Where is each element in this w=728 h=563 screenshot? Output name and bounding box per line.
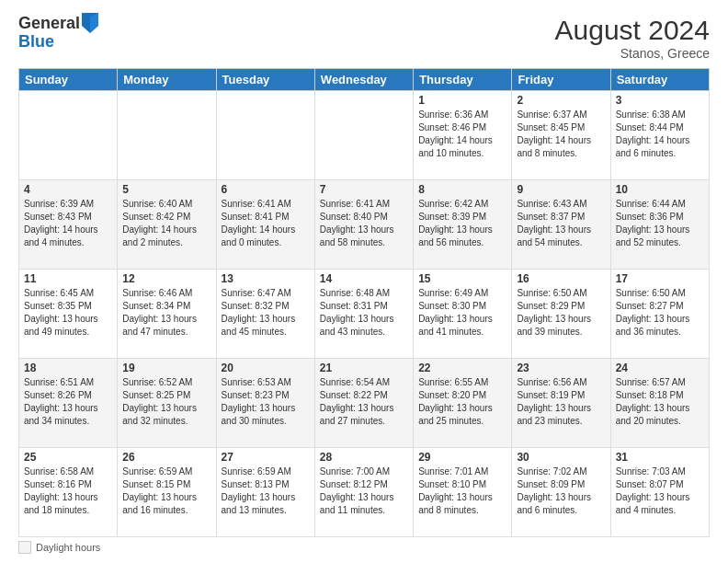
page: General Blue August 2024 Stanos, Greece …	[0, 0, 728, 563]
day-number: 15	[418, 272, 506, 285]
day-number: 26	[122, 451, 210, 464]
location: Stanos, Greece	[555, 46, 710, 61]
table-row: 13Sunrise: 6:47 AMSunset: 8:32 PMDayligh…	[216, 270, 314, 359]
table-row: 26Sunrise: 6:59 AMSunset: 8:15 PMDayligh…	[118, 448, 216, 537]
day-info: Sunrise: 6:56 AMSunset: 8:19 PMDaylight:…	[517, 376, 605, 428]
day-number: 6	[222, 183, 310, 196]
day-number: 27	[222, 451, 310, 464]
day-info: Sunrise: 7:00 AMSunset: 8:12 PMDaylight:…	[320, 465, 408, 517]
table-row	[118, 91, 216, 180]
day-info: Sunrise: 7:03 AMSunset: 8:07 PMDaylight:…	[616, 465, 704, 517]
day-number: 24	[616, 362, 704, 374]
table-row: 23Sunrise: 6:56 AMSunset: 8:19 PMDayligh…	[512, 359, 610, 448]
table-row: 21Sunrise: 6:54 AMSunset: 8:22 PMDayligh…	[314, 359, 413, 448]
day-number: 29	[418, 451, 506, 464]
day-info: Sunrise: 6:42 AMSunset: 8:39 PMDaylight:…	[418, 198, 506, 249]
day-info: Sunrise: 6:58 AMSunset: 8:16 PMDaylight:…	[24, 465, 112, 517]
table-row: 1Sunrise: 6:36 AMSunset: 8:46 PMDaylight…	[414, 91, 512, 180]
day-number: 3	[616, 94, 704, 107]
table-row: 24Sunrise: 6:57 AMSunset: 8:18 PMDayligh…	[610, 359, 709, 448]
table-row: 8Sunrise: 6:42 AMSunset: 8:39 PMDaylight…	[414, 180, 512, 270]
day-info: Sunrise: 6:36 AMSunset: 8:46 PMDaylight:…	[418, 109, 506, 160]
col-wednesday: Wednesday	[314, 69, 413, 91]
day-info: Sunrise: 6:43 AMSunset: 8:37 PMDaylight:…	[517, 198, 605, 249]
table-row: 28Sunrise: 7:00 AMSunset: 8:12 PMDayligh…	[314, 448, 413, 537]
day-info: Sunrise: 6:44 AMSunset: 8:36 PMDaylight:…	[616, 198, 704, 249]
col-saturday: Saturday	[610, 69, 709, 91]
day-info: Sunrise: 6:41 AMSunset: 8:41 PMDaylight:…	[222, 198, 310, 249]
day-number: 13	[222, 272, 310, 285]
logo-general: General	[18, 15, 80, 33]
title-section: August 2024 Stanos, Greece	[555, 15, 710, 61]
header-row: Sunday Monday Tuesday Wednesday Thursday…	[19, 69, 710, 91]
day-number: 5	[122, 183, 210, 196]
day-number: 9	[517, 183, 605, 196]
table-row: 31Sunrise: 7:03 AMSunset: 8:07 PMDayligh…	[610, 448, 709, 537]
week-row-1: 1Sunrise: 6:36 AMSunset: 8:46 PMDaylight…	[19, 91, 710, 180]
day-number: 31	[616, 451, 704, 464]
table-row: 19Sunrise: 6:52 AMSunset: 8:25 PMDayligh…	[118, 359, 216, 448]
day-info: Sunrise: 6:46 AMSunset: 8:34 PMDaylight:…	[122, 287, 210, 339]
table-row: 2Sunrise: 6:37 AMSunset: 8:45 PMDaylight…	[512, 91, 610, 180]
day-number: 20	[222, 362, 310, 374]
day-number: 16	[517, 272, 605, 285]
day-info: Sunrise: 6:51 AMSunset: 8:26 PMDaylight:…	[24, 376, 112, 428]
day-number: 1	[418, 94, 506, 107]
header: General Blue August 2024 Stanos, Greece	[18, 15, 710, 61]
day-info: Sunrise: 6:48 AMSunset: 8:31 PMDaylight:…	[320, 287, 408, 339]
day-number: 12	[122, 272, 210, 285]
col-friday: Friday	[512, 69, 610, 91]
day-number: 30	[517, 451, 605, 464]
table-row: 12Sunrise: 6:46 AMSunset: 8:34 PMDayligh…	[118, 270, 216, 359]
logo-blue: Blue	[18, 33, 98, 52]
week-row-4: 18Sunrise: 6:51 AMSunset: 8:26 PMDayligh…	[19, 359, 710, 448]
day-number: 11	[24, 272, 112, 285]
day-info: Sunrise: 6:37 AMSunset: 8:45 PMDaylight:…	[517, 109, 605, 160]
day-info: Sunrise: 6:54 AMSunset: 8:22 PMDaylight:…	[320, 376, 408, 428]
day-info: Sunrise: 6:59 AMSunset: 8:15 PMDaylight:…	[122, 465, 210, 517]
logo: General Blue	[18, 15, 98, 52]
day-number: 4	[24, 183, 112, 196]
day-info: Sunrise: 6:59 AMSunset: 8:13 PMDaylight:…	[222, 465, 310, 517]
day-number: 14	[320, 272, 408, 285]
week-row-5: 25Sunrise: 6:58 AMSunset: 8:16 PMDayligh…	[19, 448, 710, 537]
col-sunday: Sunday	[19, 69, 118, 91]
day-info: Sunrise: 7:02 AMSunset: 8:09 PMDaylight:…	[517, 465, 605, 517]
day-number: 10	[616, 183, 704, 196]
table-row	[216, 91, 314, 180]
table-row: 9Sunrise: 6:43 AMSunset: 8:37 PMDaylight…	[512, 180, 610, 270]
table-row: 25Sunrise: 6:58 AMSunset: 8:16 PMDayligh…	[19, 448, 118, 537]
day-info: Sunrise: 6:55 AMSunset: 8:20 PMDaylight:…	[418, 376, 506, 428]
col-thursday: Thursday	[414, 69, 512, 91]
table-row: 20Sunrise: 6:53 AMSunset: 8:23 PMDayligh…	[216, 359, 314, 448]
table-row: 18Sunrise: 6:51 AMSunset: 8:26 PMDayligh…	[19, 359, 118, 448]
week-row-3: 11Sunrise: 6:45 AMSunset: 8:35 PMDayligh…	[19, 270, 710, 359]
day-info: Sunrise: 6:38 AMSunset: 8:44 PMDaylight:…	[616, 109, 704, 160]
day-info: Sunrise: 6:49 AMSunset: 8:30 PMDaylight:…	[418, 287, 506, 339]
table-row: 15Sunrise: 6:49 AMSunset: 8:30 PMDayligh…	[414, 270, 512, 359]
table-row	[19, 91, 118, 180]
day-info: Sunrise: 6:45 AMSunset: 8:35 PMDaylight:…	[24, 287, 112, 339]
table-row: 7Sunrise: 6:41 AMSunset: 8:40 PMDaylight…	[314, 180, 413, 270]
day-number: 23	[517, 362, 605, 374]
day-number: 7	[320, 183, 408, 196]
day-info: Sunrise: 6:40 AMSunset: 8:42 PMDaylight:…	[122, 198, 210, 249]
table-row: 22Sunrise: 6:55 AMSunset: 8:20 PMDayligh…	[414, 359, 512, 448]
month-year: August 2024	[555, 15, 710, 46]
day-info: Sunrise: 6:50 AMSunset: 8:27 PMDaylight:…	[616, 287, 704, 339]
day-info: Sunrise: 6:50 AMSunset: 8:29 PMDaylight:…	[517, 287, 605, 339]
day-number: 18	[24, 362, 112, 374]
legend-box	[18, 541, 31, 554]
table-row: 10Sunrise: 6:44 AMSunset: 8:36 PMDayligh…	[610, 180, 709, 270]
col-monday: Monday	[118, 69, 216, 91]
day-number: 22	[418, 362, 506, 374]
col-tuesday: Tuesday	[216, 69, 314, 91]
table-row: 14Sunrise: 6:48 AMSunset: 8:31 PMDayligh…	[314, 270, 413, 359]
legend-label: Daylight hours	[36, 542, 100, 553]
calendar: Sunday Monday Tuesday Wednesday Thursday…	[18, 68, 710, 537]
day-info: Sunrise: 6:53 AMSunset: 8:23 PMDaylight:…	[222, 376, 310, 428]
table-row: 4Sunrise: 6:39 AMSunset: 8:43 PMDaylight…	[19, 180, 118, 270]
day-number: 25	[24, 451, 112, 464]
day-info: Sunrise: 7:01 AMSunset: 8:10 PMDaylight:…	[418, 465, 506, 517]
table-row: 3Sunrise: 6:38 AMSunset: 8:44 PMDaylight…	[610, 91, 709, 180]
